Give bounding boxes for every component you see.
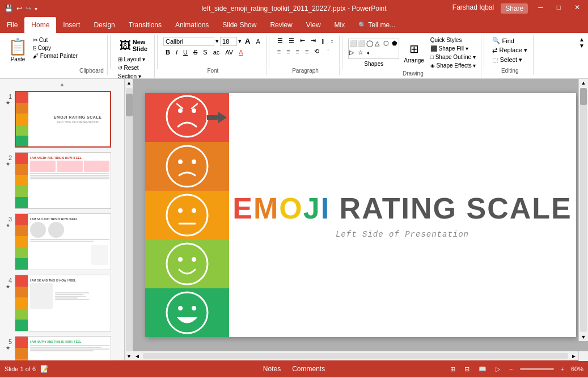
minimize-button[interactable]: ─ [535,3,547,14]
canvas-scroll-up[interactable]: ▲ [580,79,587,87]
tab-file[interactable]: File [0,17,24,33]
slides-scroll-up[interactable]: ▲ [2,81,122,87]
shapes-label[interactable]: Shapes [362,60,386,68]
h-scroll-track[interactable] [143,353,568,359]
align-center-button[interactable]: ≡ [284,48,292,56]
share-button[interactable]: Share [501,3,528,14]
slide-preview-4[interactable]: I AM OK AND THIS IS HOW I FEEL [15,275,111,331]
slides-scroll-arrow-up[interactable]: ▲ [125,79,133,87]
bullet-button[interactable]: ☰ [275,36,285,45]
emoji-segment-3 [145,191,229,240]
new-slide-button[interactable]: 🖼 New Slide [116,36,151,54]
maximize-button[interactable]: □ [553,3,564,14]
columns-button[interactable]: ⫿ [319,37,327,45]
canvas-hscrollbar: ◄ ► [133,351,588,360]
font-grow-button[interactable]: A [243,36,252,46]
slide-thumb-1[interactable]: 1 ★ EMOJI RATING [2,90,122,149]
tab-animations[interactable]: Animations [168,17,215,33]
canvas-scroll-thumb[interactable] [580,88,587,105]
reset-button[interactable]: ↺ Reset [116,64,147,72]
canvas-vscrollbar: ▲ ▼ [578,79,588,341]
redo-icon[interactable]: ↪ [26,5,31,12]
ribbon-scroll-down[interactable]: ▼ [579,43,585,49]
smart-art-button[interactable]: ⋮ [323,47,333,56]
zoom-in-button[interactable]: + [559,364,566,373]
indent-less-button[interactable]: ⇤ [298,36,307,45]
copy-button[interactable]: ⎘ Copy [31,44,79,52]
font-strike-button[interactable]: S [191,48,200,56]
font-size-input[interactable] [220,37,237,46]
tab-slideshow[interactable]: Slide Show [215,17,263,33]
indent-more-button[interactable]: ⇥ [308,36,318,45]
tab-tellme[interactable]: 🔍 Tell me... [352,17,402,33]
quick-styles-button[interactable]: Quick Styles [429,36,478,44]
char-spacing-button[interactable]: AV [223,48,235,56]
tab-transitions[interactable]: Transitions [122,17,168,33]
cut-button[interactable]: ✂ Cut [31,36,79,44]
layout-button[interactable]: ⊞ Layout ▾ [116,56,147,63]
close-button[interactable]: ✕ [571,3,583,14]
paste-button[interactable]: 📋 Paste [6,36,30,64]
font-underline-button[interactable]: U [181,48,190,56]
customize-icon[interactable]: ▾ [35,6,37,12]
zoom-out-button[interactable]: − [507,364,515,373]
h-scroll-right[interactable]: ► [569,353,578,359]
find-button[interactable]: 🔍 Find [490,36,529,45]
format-painter-button[interactable]: 🖌 Format Painter [31,52,79,60]
font-bold-button[interactable]: B [163,48,172,56]
normal-view-button[interactable]: ⊞ [448,364,458,374]
justify-button[interactable]: ≡ [303,48,311,56]
font-name-input[interactable] [163,37,214,46]
zoom-slider[interactable] [520,368,554,370]
shape-effects-button[interactable]: ◈ Shape Effects ▾ [429,62,478,69]
numbering-button[interactable]: ☰ [286,36,297,45]
font-smallcaps-button[interactable]: ac [211,48,222,56]
save-icon[interactable]: 💾 [5,5,13,12]
text-direction-button[interactable]: ⟲ [312,47,322,56]
tab-home[interactable]: Home [24,17,56,33]
slide-preview-2[interactable]: I AM ANGRY AND THIS IS HOW I FEEL [15,152,111,209]
font-italic-button[interactable]: I [174,48,180,56]
tab-design[interactable]: Design [87,17,121,33]
slides-scroll-arrow-down[interactable]: ▼ [125,352,133,360]
tab-view[interactable]: View [299,17,328,33]
reading-view-button[interactable]: 📖 [476,364,489,374]
font-shadow-button[interactable]: S [201,48,209,56]
tab-insert[interactable]: Insert [56,17,87,33]
line-spacing-button[interactable]: ↕ [328,37,336,45]
canvas-scroll-track[interactable] [580,88,587,332]
slide-preview-5[interactable]: I AM HAPPY AND THIS IS HOW I FEEL [15,336,111,360]
tab-review[interactable]: Review [263,17,299,33]
tab-mix[interactable]: Mix [328,17,352,33]
slideshow-button[interactable]: ▷ [493,364,502,374]
ribbon-scroll-up[interactable]: ▲ [579,36,585,43]
font-shrink-button[interactable]: A [253,37,262,45]
shape-fill-button[interactable]: ⬛ Shape Fill ▾ [429,45,478,52]
font-color-button[interactable]: A [236,48,245,56]
slide-preview-3[interactable]: I AM SAD AND THIS IS HOW I FEEL [15,213,111,270]
replace-button[interactable]: ⇄ Replace ▾ [490,46,529,54]
slide-sorter-button[interactable]: ⊟ [462,364,472,374]
align-left-button[interactable]: ≡ [275,48,283,56]
ribbon-content: 📋 Paste ✂ Cut ⎘ Copy 🖌 Format Painter Cl… [0,33,588,78]
undo-icon[interactable]: ↩ [16,5,22,12]
svg-point-12 [167,243,208,284]
slide-thumb-3[interactable]: 3 ★ I AM SAD AND THIS IS HOW I FE [2,212,122,271]
canvas-scroll-down[interactable]: ▼ [580,333,587,341]
select-button[interactable]: ⬚ Select ▾ [490,56,529,64]
slides-scroll-track[interactable] [126,88,133,351]
find-icon: 🔍 [492,37,500,44]
notes-icon[interactable]: 📝 [40,365,49,373]
h-scroll-left[interactable]: ◄ [133,353,142,359]
slide-thumb-2[interactable]: 2 ★ I AM ANGRY AND THIS IS HOW I [2,151,122,210]
zoom-level[interactable]: 60% [571,366,583,372]
shape-outline-button[interactable]: □ Shape Outline ▾ [429,53,478,61]
notes-button[interactable]: Notes [260,364,284,374]
comments-button[interactable]: Comments [289,364,328,374]
slide-preview-1[interactable]: EMOJI RATING SCALE LEFT SIDE OF PRESENTA… [15,91,111,148]
slide-thumb-5[interactable]: 5 ★ I AM HAPPY AND THIS IS HOW I [2,335,122,360]
slide-thumb-4[interactable]: 4 ★ I AM OK AND THIS IS HOW I FEE [2,274,122,333]
align-right-button[interactable]: ≡ [294,48,302,56]
arrange-label[interactable]: Arrange [401,57,426,64]
slides-scroll-thumb[interactable] [126,94,133,116]
